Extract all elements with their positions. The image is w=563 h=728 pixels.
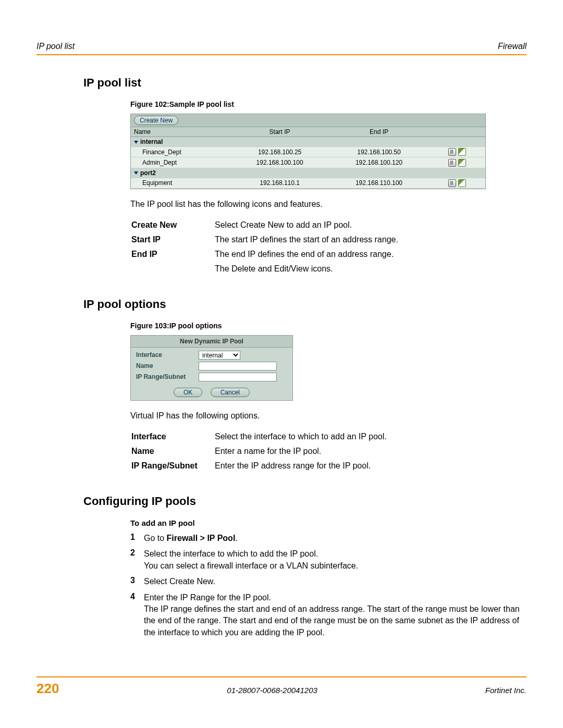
feature-label: IP Range/Subnet [131, 459, 214, 473]
feature-row: Start IPThe start IP defines the start o… [131, 233, 402, 246]
subsection-to-add-title: To add an IP pool [130, 519, 527, 527]
table-row: Admin_Dept192.168.100.100192.168.100.120 [131, 157, 485, 168]
cell-end-ip: 192.168.100.50 [329, 147, 429, 157]
page-number: 220 [36, 681, 59, 697]
name-input[interactable] [199, 362, 277, 371]
step-number: 1 [130, 533, 144, 544]
create-new-button[interactable]: Create New [134, 116, 178, 125]
step-item: 3Select Create New. [130, 576, 527, 587]
section-ip-pool-list-title: IP pool list [83, 76, 527, 90]
interface-select[interactable]: internal [199, 351, 240, 360]
step-text: Go to Firewall > IP Pool. [144, 533, 527, 544]
feature-desc: The Delete and Edit/View icons. [215, 262, 402, 276]
iprange-label: IP Range/Subnet [136, 373, 199, 380]
step-item: 1Go to Firewall > IP Pool. [130, 533, 527, 544]
table-group-row[interactable]: internal [131, 137, 485, 147]
section-ip-pool-options-title: IP pool options [83, 298, 527, 311]
dialog-title: New Dynamic IP Pool [131, 336, 292, 348]
cell-start-ip: 192.168.100.100 [230, 157, 329, 168]
chevron-down-icon [134, 171, 138, 175]
feature-label: Name [131, 445, 214, 458]
edit-icon[interactable] [458, 179, 466, 187]
step-number: 4 [130, 592, 144, 639]
cell-end-ip: 192.168.100.120 [329, 157, 429, 168]
feature-desc: The start IP defines the start of an add… [215, 233, 402, 246]
cell-start-ip: 192.168.100.25 [230, 147, 329, 157]
feature-desc: Enter the IP address range for the IP po… [215, 459, 391, 473]
feature-label: End IP [131, 248, 214, 261]
feature-row: NameEnter a name for the IP pool. [131, 445, 391, 458]
section1-intro: The IP pool list has the following icons… [130, 200, 527, 209]
table-row: Finance_Dept192.168.100.25192.168.100.50 [131, 147, 485, 157]
feature-label [131, 262, 214, 276]
feature-row: The Delete and Edit/View icons. [131, 262, 402, 276]
col-end-ip: End IP [329, 127, 429, 137]
figure-103-caption: Figure 103:IP pool options [130, 322, 527, 330]
feature-row: End IPThe end IP defines the end of an a… [131, 248, 402, 261]
step-list: 1Go to Firewall > IP Pool.2Select the in… [130, 533, 527, 638]
company-name: Fortinet Inc. [485, 686, 527, 695]
feature-desc: Select Create New to add an IP pool. [215, 218, 402, 232]
doc-id: 01-28007-0068-20041203 [227, 686, 317, 695]
feature-row: Create NewSelect Create New to add an IP… [131, 218, 402, 232]
page-header: IP pool list Firewall [36, 42, 527, 51]
figure-102-table: Create New Name Start IP End IP internal… [130, 114, 486, 189]
cell-name: Equipment [131, 178, 230, 188]
delete-icon[interactable] [448, 159, 456, 167]
name-label: Name [136, 362, 199, 369]
delete-icon[interactable] [448, 179, 456, 187]
feature-label: Create New [131, 218, 214, 232]
header-rule [36, 54, 527, 55]
edit-icon[interactable] [458, 159, 466, 167]
step-number: 3 [130, 576, 144, 587]
header-left: IP pool list [36, 42, 75, 51]
feature-row: InterfaceSelect the interface to which t… [131, 430, 391, 443]
feature-label: Start IP [131, 233, 214, 246]
page-footer: 220 01-28007-0068-20041203 Fortinet Inc. [36, 676, 527, 697]
iprange-input[interactable] [199, 373, 277, 381]
cell-end-ip: 192.168.110.100 [329, 178, 429, 188]
section1-feature-table: Create NewSelect Create New to add an IP… [130, 217, 403, 277]
step-text: Enter the IP Range for the IP pool.The I… [144, 592, 527, 639]
figure-103-dialog: New Dynamic IP Pool Interface internal N… [130, 335, 293, 401]
edit-icon[interactable] [458, 148, 466, 156]
step-item: 4Enter the IP Range for the IP pool.The … [130, 592, 527, 639]
feature-desc: The end IP defines the end of an address… [215, 248, 402, 261]
step-item: 2Select the interface to which to add th… [130, 548, 527, 572]
ok-button[interactable]: OK [174, 388, 202, 397]
interface-label: Interface [136, 351, 199, 359]
figure-102-caption: Figure 102:Sample IP pool list [130, 100, 527, 108]
feature-desc: Enter a name for the IP pool. [215, 445, 391, 458]
table-header-row: Name Start IP End IP [131, 127, 485, 137]
footer-rule [36, 676, 527, 677]
chevron-down-icon [134, 141, 138, 144]
table-group-row[interactable]: port2 [131, 168, 485, 178]
table-row: Equipment192.168.110.1192.168.110.100 [131, 178, 485, 188]
section-configuring-title: Configuring IP pools [83, 495, 527, 508]
section2-intro: Virtual IP has the following options. [130, 411, 527, 421]
step-text: Select Create New. [144, 576, 527, 587]
col-name: Name [131, 127, 230, 137]
cell-name: Finance_Dept [131, 147, 230, 157]
cell-name: Admin_Dept [131, 157, 230, 168]
delete-icon[interactable] [448, 148, 456, 156]
feature-desc: Select the interface to which to add an … [215, 430, 391, 443]
cancel-button[interactable]: Cancel [211, 388, 250, 397]
step-number: 2 [130, 548, 144, 572]
feature-row: IP Range/SubnetEnter the IP address rang… [131, 459, 391, 473]
feature-label: Interface [131, 430, 214, 443]
cell-start-ip: 192.168.110.1 [230, 178, 329, 188]
col-start-ip: Start IP [230, 127, 329, 137]
step-text: Select the interface to which to add the… [144, 548, 527, 572]
section2-feature-table: InterfaceSelect the interface to which t… [130, 429, 392, 474]
col-actions [429, 127, 485, 137]
header-right: Firewall [498, 42, 527, 51]
